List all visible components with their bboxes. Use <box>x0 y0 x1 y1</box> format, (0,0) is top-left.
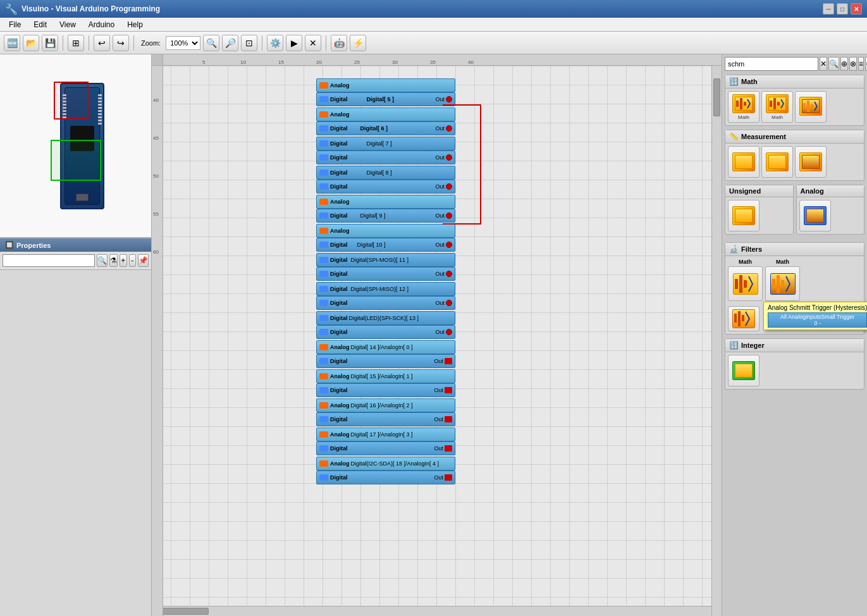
integer-group-icon: 🔢 <box>729 341 739 350</box>
zoom-label: Zoom: <box>141 39 161 47</box>
schmitt-row: Analog Schmitt Trigger (Hysteresis) All … <box>725 304 864 334</box>
filter-math-tile-2[interactable] <box>765 266 800 301</box>
redo-button[interactable]: ↪ <box>113 35 129 51</box>
compile-button[interactable]: ⚙️ <box>267 35 283 51</box>
title-bar: 🔧 Visuino - Visual Arduino Programming ─… <box>0 0 867 18</box>
properties-search[interactable] <box>3 254 95 267</box>
horizontal-scrollbar[interactable] <box>152 606 711 616</box>
math-tile-1[interactable]: Math <box>728 91 759 123</box>
menu-edit[interactable]: Edit <box>27 19 53 30</box>
svg-rect-15 <box>777 275 780 293</box>
canvas-scroll[interactable]: 40 45 50 55 60 Analog Digital Di <box>152 66 722 616</box>
comp-digital9[interactable]: Analog Digital Digital[ 9 ] Out <box>316 195 455 223</box>
ruler-mark-30: 30 <box>392 59 398 65</box>
comp-digital16[interactable]: Analog Digital[ 16 ]/AnalogIn[ 2 ] Digit… <box>316 398 455 426</box>
svg-rect-19 <box>738 311 741 326</box>
delete-button[interactable]: ✕ <box>305 35 321 51</box>
svg-rect-12 <box>744 280 747 288</box>
svg-rect-20 <box>742 315 744 321</box>
menu-bar: File Edit View Arduino Help <box>0 18 867 32</box>
prop-collapse-button[interactable]: - <box>129 254 137 267</box>
comp-digital15[interactable]: Analog Digital[ 15 ]/AnalogIn[ 1 ] Digit… <box>316 369 455 397</box>
comp-digital6[interactable]: Analog Digital Digital[ 6 ] Out <box>316 108 455 135</box>
integer-tile-1[interactable] <box>728 355 759 386</box>
measurement-tile-2[interactable] <box>761 146 793 178</box>
analog-tile-1[interactable] <box>799 200 831 231</box>
search-option1[interactable]: ⊕ <box>840 57 848 71</box>
filters-group-icon: 🔬 <box>729 245 739 254</box>
visuino-button[interactable]: ⚡ <box>350 35 366 51</box>
menu-file[interactable]: File <box>3 19 27 30</box>
filter-math-tile-1[interactable] <box>728 266 763 301</box>
comp-digital13[interactable]: Digital Digital(LED)(SPI-SCK)[ 13 ] Digi… <box>316 311 455 339</box>
zoom-in-button[interactable]: 🔍 <box>203 35 219 51</box>
group-measurement: 📏 Measurement <box>725 130 864 181</box>
comp-digital10[interactable]: Analog Digital Digital[ 10 ] Out <box>316 224 455 252</box>
ruler-mark-40: 40 <box>468 59 474 65</box>
measurement-tile-3[interactable] <box>795 146 827 178</box>
prop-pin-button[interactable]: 📌 <box>138 254 149 267</box>
comp-digital18[interactable]: Analog Digital(I2C-SDA)[ 18 ]/AnalogIn[ … <box>316 457 455 484</box>
prop-filter-button[interactable]: ⚗ <box>109 254 118 267</box>
separator-1 <box>63 35 63 51</box>
measurement-tile-1[interactable] <box>728 146 759 178</box>
zoom-out-button[interactable]: 🔎 <box>222 35 238 51</box>
component-search-input[interactable] <box>725 57 818 71</box>
schmitt-trigger-tile[interactable]: Analog Schmitt Trigger (Hysteresis) All … <box>728 306 759 331</box>
arduino-button[interactable]: 🤖 <box>331 35 347 51</box>
save-button[interactable]: 💾 <box>42 35 58 51</box>
search-option3[interactable]: ≡ <box>858 57 864 71</box>
math-tile-2-icon <box>766 94 789 113</box>
menu-help[interactable]: Help <box>121 19 149 30</box>
unsigned-tile-1[interactable] <box>728 200 759 231</box>
prop-expand-button[interactable]: + <box>120 254 127 267</box>
math-tile-3[interactable] <box>795 91 827 123</box>
comp-digital11[interactable]: Digital Digital(SPI-MOSI)[ 11 ] Digital … <box>316 253 455 281</box>
svg-rect-0 <box>736 101 739 107</box>
maximize-button[interactable]: □ <box>837 3 848 15</box>
close-button[interactable]: ✕ <box>851 3 862 15</box>
new-button[interactable]: 🆕 <box>4 35 20 51</box>
measurement-group-icon: 📏 <box>729 132 739 141</box>
search-option2[interactable]: ⊗ <box>849 57 857 71</box>
ruler-v-50: 50 <box>153 173 159 179</box>
filter-math-2-icon <box>770 273 796 295</box>
zoom-select[interactable]: 100% 50% 75% 125% 150% 200% <box>166 36 200 50</box>
search-go-button[interactable]: 🔍 <box>828 57 839 71</box>
menu-arduino[interactable]: Arduino <box>82 19 121 30</box>
open-button[interactable]: 📂 <box>23 35 39 51</box>
ruler-mark-25: 25 <box>354 59 360 65</box>
measurement-tile-1-icon <box>732 152 755 171</box>
comp-digital17[interactable]: Analog Digital[ 17 ]/AnalogIn[ 3 ] Digit… <box>316 428 455 455</box>
main-layout: 🔲 Properties 🔍 ⚗ + - 📌 5 10 15 20 25 30 … <box>0 54 867 616</box>
filter-math-2-container: Math <box>765 259 800 301</box>
vertical-scrollbar[interactable] <box>711 66 722 616</box>
upload-button[interactable]: ▶ <box>286 35 302 51</box>
group-measurement-items <box>725 144 864 180</box>
comp-digital14[interactable]: Analog Digital[ 14 ]/AnalogIn[ 0 ] Digit… <box>316 340 455 368</box>
minimize-button[interactable]: ─ <box>823 3 834 15</box>
undo-button[interactable]: ↩ <box>94 35 110 51</box>
separator-5 <box>326 35 326 51</box>
prop-search-button[interactable]: 🔍 <box>97 254 108 267</box>
toolbar: 🆕 📂 💾 ⊞ ↩ ↪ Zoom: 100% 50% 75% 125% 150%… <box>0 32 867 54</box>
grid-button[interactable]: ⊞ <box>68 35 84 51</box>
group-measurement-label: Measurement <box>741 133 786 140</box>
comp-digital8[interactable]: Digital Digital[ 8 ] Digital Out <box>316 166 455 194</box>
math-tile-2[interactable]: Math <box>761 91 793 123</box>
window-title: Visuino - Visual Arduino Programming <box>22 4 160 13</box>
zoom-fit-button[interactable]: ⊡ <box>241 35 257 51</box>
comp-digital5[interactable]: Analog Digital Digital[ 5 ] Out <box>316 78 455 106</box>
group-analog-header: Analog <box>797 185 864 197</box>
menu-view[interactable]: View <box>53 19 82 30</box>
canvas-area[interactable]: 5 10 15 20 25 30 35 40 40 45 50 55 60 <box>152 54 722 616</box>
ruler-v-45: 45 <box>153 135 159 141</box>
comp-digital12[interactable]: Digital Digital(SPI-MISO)[ 12 ] Digital … <box>316 282 455 310</box>
group-math-label: Math <box>741 78 758 85</box>
component-search-bar: ✕ 🔍 ⊕ ⊗ ≡ ⚙ <box>725 57 864 71</box>
math-tile-3-icon <box>799 97 822 116</box>
measurement-tile-3-icon <box>799 152 822 171</box>
search-clear-button[interactable]: ✕ <box>820 57 827 71</box>
comp-digital7[interactable]: Digital Digital[ 7 ] Digital Out <box>316 137 455 164</box>
filters-top-row: Math <box>725 256 864 304</box>
